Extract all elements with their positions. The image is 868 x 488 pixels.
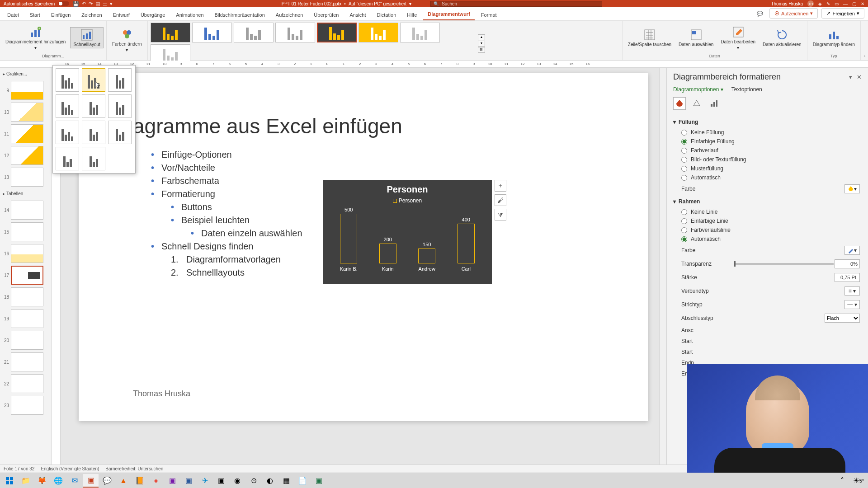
border-color-button[interactable]: ▾: [844, 246, 860, 255]
start-button[interactable]: [2, 474, 17, 488]
qat-more-icon[interactable]: ▾: [110, 1, 113, 7]
user-avatar[interactable]: TH: [807, 0, 814, 7]
chart-title[interactable]: Personen: [323, 180, 492, 197]
tab-transitions[interactable]: Übergänge: [136, 9, 170, 20]
transparency-input[interactable]: 0%: [835, 259, 860, 268]
section-grafiken[interactable]: ▸ Grafiken...: [2, 70, 49, 78]
pane-icon-fill[interactable]: [673, 97, 686, 110]
tab-chartdesign[interactable]: Diagrammentwurf: [423, 9, 475, 20]
slide-title[interactable]: agramme aus Excel einfügen: [133, 114, 402, 138]
powerpoint-icon[interactable]: ▣: [83, 474, 99, 488]
tab-format[interactable]: Format: [476, 9, 501, 20]
pane-tab-text-options[interactable]: Textoptionen: [731, 86, 762, 93]
explorer-icon[interactable]: 📁: [18, 474, 33, 488]
compound-button[interactable]: ≡ ▾: [844, 286, 860, 296]
quick-layout-10[interactable]: [56, 147, 79, 170]
accessibility-indicator[interactable]: Barrierefreiheit: Untersuchen: [105, 466, 163, 471]
vlc-icon[interactable]: ▲: [116, 474, 131, 488]
firefox-icon[interactable]: 🦊: [34, 474, 50, 488]
thumb-9[interactable]: 9: [2, 81, 49, 100]
fill-gradient-radio[interactable]: Farbverlauf: [673, 146, 862, 155]
window-mode-icon[interactable]: ▭: [835, 1, 839, 6]
dash-button[interactable]: ― ▾: [844, 300, 860, 309]
tab-file[interactable]: Datei: [3, 9, 24, 20]
quick-layout-5[interactable]: [82, 94, 105, 118]
fill-none-radio[interactable]: Keine Füllung: [673, 128, 862, 137]
quick-layout-4[interactable]: [56, 94, 79, 118]
thumb-21[interactable]: 21: [2, 352, 49, 371]
onenote-icon[interactable]: ▣: [165, 474, 180, 488]
style-thumb-3[interactable]: [234, 23, 274, 42]
chart-object[interactable]: Personen Personen 500Karin B.200Karin150…: [323, 180, 492, 284]
slide-canvas[interactable]: agramme aus Excel einfügen Einfüge-Optio…: [52, 68, 666, 465]
add-chart-element-button[interactable]: + Diagrammelement hinzufügen▾: [3, 25, 68, 51]
app-icon-8[interactable]: ▦: [278, 474, 294, 488]
tab-design[interactable]: Entwurf: [108, 9, 134, 20]
border-gradient-radio[interactable]: Farbverlaufslinie: [673, 225, 862, 235]
fill-color-button[interactable]: ▾: [844, 184, 860, 193]
thumb-13[interactable]: 13: [2, 168, 49, 187]
app-icon-4[interactable]: ▣: [213, 474, 229, 488]
quick-layout-7[interactable]: [56, 121, 79, 144]
cap-select[interactable]: Flach: [825, 314, 860, 323]
thumb-17[interactable]: 17: [2, 266, 49, 285]
fill-auto-radio[interactable]: Automatisch: [673, 173, 862, 182]
sync-icon[interactable]: ◈: [818, 1, 822, 6]
select-data-button[interactable]: Daten auswählen: [676, 28, 716, 48]
style-thumb-1[interactable]: [151, 23, 190, 42]
save-icon[interactable]: 💾: [73, 1, 79, 7]
quick-layout-6[interactable]: [108, 94, 132, 118]
section-tabellen[interactable]: ▸ Tabellen: [2, 189, 49, 198]
undo-icon[interactable]: ↶: [82, 1, 86, 7]
tab-record[interactable]: Aufzeichnen: [271, 9, 308, 20]
tab-slideshow[interactable]: Bildschirmpräsentation: [210, 9, 269, 20]
pane-icon-size[interactable]: [708, 97, 720, 110]
close-icon[interactable]: ✕: [861, 1, 864, 6]
chart-styles-button[interactable]: 🖌: [495, 194, 506, 206]
tab-review[interactable]: Überprüfen: [309, 9, 343, 20]
quick-layout-8[interactable]: [82, 121, 105, 144]
thumb-11[interactable]: 11: [2, 124, 49, 143]
style-thumb-4[interactable]: [275, 23, 315, 42]
width-input[interactable]: 0,75 Pt.: [835, 273, 860, 282]
tab-view[interactable]: Ansicht: [345, 9, 370, 20]
visio-icon[interactable]: ▣: [181, 474, 196, 488]
edit-data-button[interactable]: Daten bearbeiten▾: [718, 25, 758, 51]
border-solid-radio[interactable]: Einfarbige Linie: [673, 216, 862, 225]
tab-dictation[interactable]: Dictation: [372, 9, 401, 20]
quick-layout-1[interactable]: [56, 68, 79, 92]
touch-icon[interactable]: ☰: [103, 1, 107, 7]
canvas-scrollbar[interactable]: [659, 68, 666, 465]
saved-dropdown-icon[interactable]: ▾: [409, 1, 411, 6]
style-thumb-6[interactable]: [359, 23, 398, 42]
fill-pattern-radio[interactable]: Musterfüllung: [673, 164, 862, 173]
slide[interactable]: agramme aus Excel einfügen Einfüge-Optio…: [79, 73, 648, 421]
tab-animations[interactable]: Animationen: [171, 9, 208, 20]
app-icon-1[interactable]: 💬: [99, 474, 115, 488]
excel-icon[interactable]: ▣: [311, 474, 326, 488]
quick-layout-2[interactable]: [82, 68, 105, 92]
tab-start[interactable]: Start: [25, 9, 45, 20]
weather-widget[interactable]: ☀ 5°: [851, 474, 866, 488]
thumb-18[interactable]: 18: [2, 287, 49, 306]
styles-gallery-scroll[interactable]: ▴▾⊟: [478, 34, 485, 53]
slide-content[interactable]: Einfüge-Optionen Vor/Nachteile Farbschem…: [151, 148, 302, 279]
app-icon-9[interactable]: 📄: [295, 474, 310, 488]
transparency-slider[interactable]: [734, 263, 834, 265]
app-icon-2[interactable]: 📙: [132, 474, 147, 488]
redo-icon[interactable]: ↷: [89, 1, 93, 7]
app-icon-3[interactable]: ●: [148, 474, 164, 488]
thumb-23[interactable]: 23: [2, 396, 49, 415]
slide-thumbnails-panel[interactable]: ▸ Grafiken... 9 10 11 12 13 ▸ Tabellen 1…: [0, 68, 52, 465]
pane-icon-effects[interactable]: [690, 97, 703, 110]
search-box[interactable]: 🔍 Suchen: [430, 1, 602, 7]
thumb-22[interactable]: 22: [2, 374, 49, 393]
pane-close-icon[interactable]: ✕: [857, 74, 862, 80]
quick-layout-3[interactable]: [108, 68, 132, 92]
telegram-icon[interactable]: ✈: [197, 474, 212, 488]
pane-tab-chart-options[interactable]: Diagrammoptionen ▾: [673, 86, 723, 93]
thumb-15[interactable]: 15: [2, 222, 49, 241]
change-colors-button[interactable]: Farben ändern▾: [109, 27, 145, 53]
thumb-16[interactable]: 16: [2, 244, 49, 263]
style-thumb-7[interactable]: [400, 23, 440, 42]
